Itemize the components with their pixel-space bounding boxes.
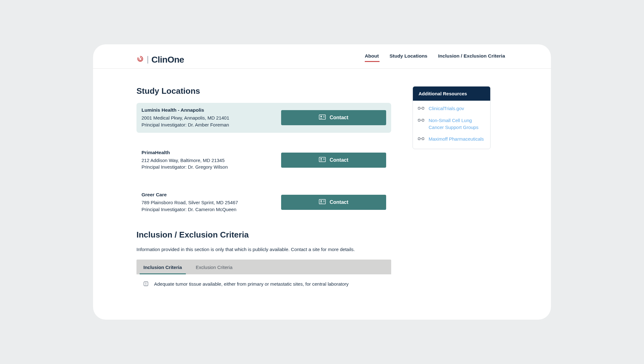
criteria-section: Inclusion / Exclusion Criteria Informati… <box>136 230 391 294</box>
resource-item: Maximoff Pharmaceuticals <box>418 136 485 143</box>
link-icon <box>418 136 424 142</box>
main-column: Study Locations Luminis Health - Annapol… <box>136 86 391 294</box>
resource-link-maximoff[interactable]: Maximoff Pharmaceuticals <box>429 136 484 143</box>
contact-button[interactable]: Contact <box>281 110 386 125</box>
criteria-title: Inclusion / Exclusion Criteria <box>136 230 391 240</box>
contact-card-icon <box>319 199 326 206</box>
location-info: Luminis Health - Annapolis 2001 Medical … <box>142 107 281 128</box>
resource-link-support-groups[interactable]: Non-Small Cell Lung Cancer Support Group… <box>429 117 485 131</box>
svg-point-1 <box>320 116 322 117</box>
location-address: 2001 Medical Pkwy, Annapolis, MD 21401 <box>142 115 281 121</box>
side-column: Additional Resources ClinicalTrials.gov … <box>413 86 491 294</box>
nav-study-locations[interactable]: Study Locations <box>390 53 428 66</box>
nav-about[interactable]: About <box>365 53 379 66</box>
page-content: Study Locations Luminis Health - Annapol… <box>93 69 551 294</box>
location-pi: Principal Investigator: Dr. Cameron McQu… <box>142 206 281 213</box>
location-card[interactable]: PrimaHealth 212 Addison Way, Baltimore, … <box>136 145 391 175</box>
criteria-text: Adequate tumor tissue available, either … <box>154 281 349 288</box>
link-icon <box>418 117 424 123</box>
resources-body: ClinicalTrials.gov Non-Small Cell Lung C… <box>413 101 490 149</box>
contact-label: Contact <box>330 115 348 120</box>
tab-exclusion[interactable]: Exclusion Criteria <box>189 260 240 274</box>
location-address: 212 Addison Way, Baltimore, MD 21345 <box>142 157 281 164</box>
resources-card: Additional Resources ClinicalTrials.gov … <box>413 86 491 149</box>
resources-title: Additional Resources <box>413 87 490 101</box>
location-card[interactable]: Luminis Health - Annapolis 2001 Medical … <box>136 103 391 133</box>
svg-point-14 <box>146 284 146 285</box>
logo-divider <box>147 56 148 64</box>
resource-link-clinicaltrials[interactable]: ClinicalTrials.gov <box>429 105 464 112</box>
criteria-subtitle: Information provided in this section is … <box>136 247 391 252</box>
location-pi: Principal Investigator: Dr. Amber Forema… <box>142 121 281 128</box>
svg-point-5 <box>320 158 322 160</box>
criteria-item: Adequate tumor tissue available, either … <box>143 281 384 288</box>
app-window: ClinOne About Study Locations Inclusion … <box>93 44 551 320</box>
info-icon <box>143 281 148 288</box>
contact-label: Contact <box>330 199 348 205</box>
location-card[interactable]: Greer Care 789 Plainsboro Road, Silver S… <box>136 188 391 217</box>
location-info: Greer Care 789 Plainsboro Road, Silver S… <box>142 192 281 213</box>
location-name: Greer Care <box>142 192 281 198</box>
criteria-tabs: Inclusion Criteria Exclusion Criteria <box>136 260 391 274</box>
logo-mark-icon <box>136 55 144 64</box>
nav-inclusion-exclusion[interactable]: Inclusion / Exclusion Criteria <box>438 53 505 66</box>
main-nav: About Study Locations Inclusion / Exclus… <box>365 53 530 66</box>
contact-button[interactable]: Contact <box>281 153 386 168</box>
svg-point-9 <box>320 200 322 202</box>
resource-item: ClinicalTrials.gov <box>418 105 485 112</box>
location-info: PrimaHealth 212 Addison Way, Baltimore, … <box>142 150 281 171</box>
location-address: 789 Plainsboro Road, Silver Sprint, MD 2… <box>142 199 281 206</box>
contact-card-icon <box>319 114 326 121</box>
tab-inclusion[interactable]: Inclusion Criteria <box>136 260 189 274</box>
location-name: PrimaHealth <box>142 150 281 155</box>
header: ClinOne About Study Locations Inclusion … <box>93 44 551 69</box>
contact-card-icon <box>319 157 326 164</box>
location-pi: Principal Investigator: Dr. Gregory Wils… <box>142 164 281 171</box>
contact-label: Contact <box>330 157 348 163</box>
contact-button[interactable]: Contact <box>281 195 386 210</box>
criteria-body: Adequate tumor tissue available, either … <box>136 274 391 294</box>
resource-item: Non-Small Cell Lung Cancer Support Group… <box>418 117 485 131</box>
brand-name: ClinOne <box>152 55 184 65</box>
link-icon <box>418 105 424 111</box>
location-name: Luminis Health - Annapolis <box>142 107 281 113</box>
brand-logo: ClinOne <box>114 55 184 65</box>
study-locations-title: Study Locations <box>136 86 391 96</box>
